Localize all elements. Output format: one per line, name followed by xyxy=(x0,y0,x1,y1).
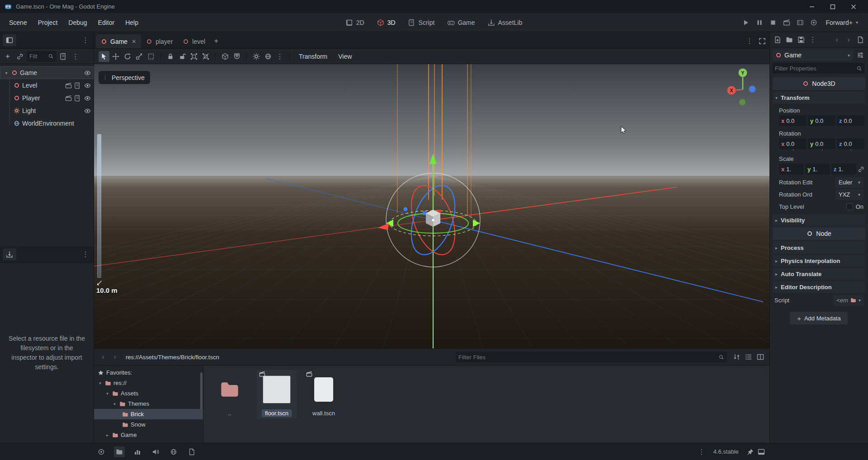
fs-favorites[interactable]: Favorites: xyxy=(94,367,203,378)
file-card-floor-tscn[interactable]: floor.tscn xyxy=(257,370,297,419)
fs-tree-res-root[interactable]: ▾ res:// xyxy=(94,378,203,388)
class-header-node[interactable]: Node xyxy=(773,227,865,240)
expand-arrow[interactable]: ▾ xyxy=(105,391,110,396)
expand-arrow[interactable]: ▸ xyxy=(105,433,110,437)
rotate-mode-button[interactable] xyxy=(122,51,133,62)
top-level-checkbox[interactable] xyxy=(846,203,853,210)
workspace-3d[interactable]: 3D xyxy=(372,16,401,29)
rotation-x-field[interactable]: x0.0 xyxy=(779,138,807,149)
section-auto-translate[interactable]: ▸ Auto Translate xyxy=(773,268,865,280)
scale-x-field[interactable]: x1. xyxy=(779,164,804,174)
debugger-toggle-button[interactable] xyxy=(132,446,143,457)
scene-tab-list-button[interactable]: ⋮ xyxy=(744,36,755,47)
move-mode-button[interactable] xyxy=(110,51,121,62)
local-space-button[interactable] xyxy=(220,51,231,62)
scene-tab-game[interactable]: Game ✕ xyxy=(96,34,141,48)
fs-tree-snow[interactable]: Snow xyxy=(94,419,203,430)
menu-editor[interactable]: Editor xyxy=(93,17,120,28)
play-scene-button[interactable] xyxy=(781,17,792,28)
fs-back-button[interactable]: ‹ xyxy=(98,352,108,362)
new-scene-tab-button[interactable]: + xyxy=(210,35,222,47)
visibility-eye-icon[interactable] xyxy=(84,82,91,89)
close-tab-icon[interactable]: ✕ xyxy=(132,38,136,45)
scene-node-game[interactable]: ▾ Game xyxy=(0,66,94,79)
movie-maker-button[interactable] xyxy=(808,17,819,28)
file-card-parent-dir[interactable]: .. xyxy=(210,370,250,419)
select-mode-button[interactable] xyxy=(99,51,109,62)
expand-arrow[interactable]: ▾ xyxy=(98,381,103,385)
script-assign-dropdown[interactable]: <em ▾ xyxy=(834,295,863,306)
unlock-node-button[interactable] xyxy=(177,51,188,62)
expand-arrow[interactable]: ▾ xyxy=(112,402,117,406)
fs-forward-button[interactable]: › xyxy=(109,352,120,362)
output-toggle-button[interactable] xyxy=(96,446,107,457)
fs-breadcrumb[interactable]: res://Assets/Themes/Brick/floor.tscn xyxy=(121,354,455,361)
scale-link-icon[interactable] xyxy=(858,166,864,173)
fs-sort-button[interactable] xyxy=(731,352,742,362)
distraction-free-button[interactable] xyxy=(757,36,768,47)
import-dock-tab[interactable] xyxy=(3,249,16,260)
rotation-y-field[interactable]: y0.0 xyxy=(808,138,835,149)
fs-tree-brick[interactable]: Brick xyxy=(94,409,203,419)
stop-button[interactable] xyxy=(768,17,778,28)
instanced-scene-icon[interactable] xyxy=(65,82,72,89)
play-custom-scene-button[interactable] xyxy=(795,17,806,28)
scene-tree-menu-button[interactable]: ⋮ xyxy=(70,51,81,62)
expand-arrow[interactable]: ▾ xyxy=(4,70,9,75)
filesystem-toggle-button[interactable] xyxy=(114,446,125,457)
fs-filter-input[interactable] xyxy=(458,354,717,361)
minimize-button[interactable] xyxy=(808,3,816,10)
selection-list-button[interactable] xyxy=(146,51,156,62)
rotation-z-field[interactable]: z0.0 xyxy=(837,138,864,149)
preview-sun-button[interactable] xyxy=(251,51,262,62)
scene-node-level[interactable]: Level xyxy=(0,79,94,92)
class-header-node3d[interactable]: Node3D xyxy=(773,77,865,90)
maximize-button[interactable] xyxy=(829,3,836,10)
view-scale-ruler[interactable] xyxy=(97,134,101,278)
object-tools-button[interactable] xyxy=(855,50,866,61)
section-visibility[interactable]: ▸ Visibility xyxy=(773,214,865,226)
scale-z-field[interactable]: z1. xyxy=(831,164,856,174)
visibility-eye-icon[interactable] xyxy=(84,108,91,114)
import-dock-menu-button[interactable]: ⋮ xyxy=(80,249,91,260)
menu-scene[interactable]: Scene xyxy=(4,17,33,28)
projection-dropdown[interactable]: ⋮ Perspective xyxy=(99,71,150,84)
slider-tick[interactable] xyxy=(779,149,807,151)
scene-node-worldenvironment[interactable]: WorldEnvironment xyxy=(0,117,94,130)
scene-dock-tab[interactable] xyxy=(3,34,16,46)
load-resource-button[interactable] xyxy=(784,34,795,45)
scene-tab-player[interactable]: player xyxy=(141,34,178,48)
view-menu[interactable]: View xyxy=(333,51,357,62)
workspace-assetlib[interactable]: AssetLib xyxy=(482,16,528,29)
ungroup-button[interactable] xyxy=(200,51,211,62)
add-node-button[interactable]: + xyxy=(2,51,13,62)
save-resource-button[interactable] xyxy=(796,34,807,45)
statusbar-menu-button[interactable]: ⋮ xyxy=(696,446,707,457)
fs-tree-game[interactable]: ▸ Game xyxy=(94,430,203,440)
scene-filter-input[interactable] xyxy=(29,53,46,60)
instanced-scene-icon[interactable] xyxy=(65,95,72,102)
filter-properties-input[interactable] xyxy=(775,65,854,72)
new-resource-button[interactable] xyxy=(772,34,783,45)
section-physics-interpolation[interactable]: ▸ Physics Interpolation xyxy=(773,255,865,267)
menu-help[interactable]: Help xyxy=(120,17,144,28)
renderer-dropdown[interactable]: Forward+▾ xyxy=(822,17,862,28)
scrollbar-thumb[interactable] xyxy=(200,372,203,410)
add-metadata-button[interactable]: + Add Metadata xyxy=(790,312,848,324)
slider-tick[interactable] xyxy=(837,149,864,151)
log-toggle-button[interactable] xyxy=(186,446,197,457)
scale-mode-button[interactable] xyxy=(134,51,145,62)
resource-extra-menu-button[interactable]: ⋮ xyxy=(807,34,818,45)
fs-tree-themes[interactable]: ▾ Themes xyxy=(94,399,203,409)
preview-settings-button[interactable]: ⋮ xyxy=(274,51,285,62)
menu-project[interactable]: Project xyxy=(33,17,63,28)
slider-tick[interactable] xyxy=(808,149,835,151)
snap-toggle-button[interactable] xyxy=(231,51,242,62)
position-z-field[interactable]: z0.0 xyxy=(837,115,864,126)
scene-node-player[interactable]: Player xyxy=(0,92,94,104)
fs-split-mode-button[interactable] xyxy=(755,352,766,362)
file-card-wall-tscn[interactable]: wall.tscn xyxy=(304,370,344,419)
transform-menu[interactable]: Transform xyxy=(294,51,332,62)
scale-y-field[interactable]: y1. xyxy=(805,164,830,174)
audio-toggle-button[interactable] xyxy=(150,446,161,457)
